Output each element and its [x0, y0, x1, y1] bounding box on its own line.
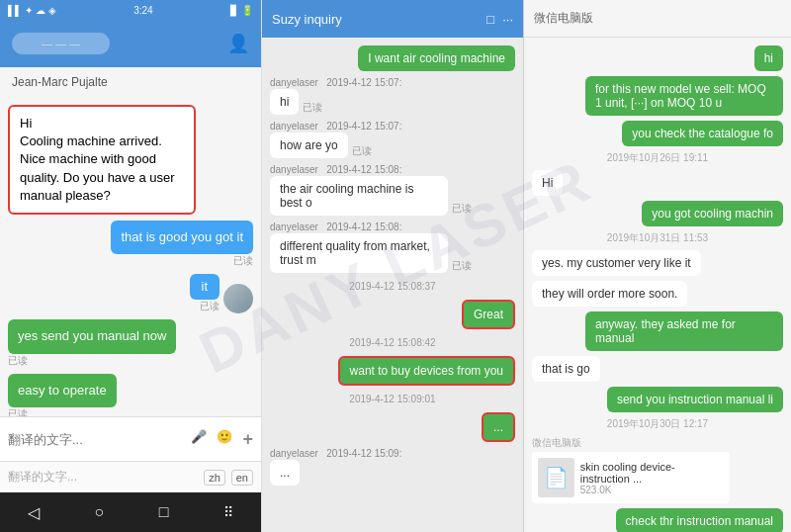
message-text: want to buy devices from you	[350, 364, 503, 378]
message-text: that is go	[542, 362, 590, 376]
back-icon[interactable]: ◁	[28, 503, 40, 522]
message-text: different quality from market, trust m	[280, 239, 430, 267]
message-bubble: hi	[270, 89, 299, 115]
message-text: anyway. they asked me for manual	[595, 317, 736, 345]
message-bubble: Hi	[532, 170, 563, 196]
right-chat-area[interactable]: hi for this new model we sell: MOQ 1 uni…	[524, 38, 791, 532]
message-text: hi	[764, 51, 773, 65]
read-receipt: 已读	[352, 144, 372, 158]
message-text: ...	[493, 420, 503, 434]
message-text: for this new model we sell: MOQ 1 unit, …	[595, 82, 766, 110]
message-text: send you instruction manual li	[617, 393, 773, 406]
sender-label: danyelaser 2019-4-12 15:07:	[270, 121, 515, 132]
product-card-group: 微信电脑版 📄 skin cooling device-instruction …	[532, 436, 730, 503]
message-input[interactable]	[8, 432, 183, 447]
middle-chat-area[interactable]: I want air cooling machine danyelaser 20…	[262, 38, 523, 532]
message-bubble: ...	[482, 412, 515, 442]
emoji-icon[interactable]: 🙂	[217, 429, 232, 450]
message-bubble: want to buy devices from you	[338, 356, 515, 386]
message-bubble: check thr instruction manual	[616, 508, 783, 532]
read-receipt: 已读	[233, 254, 253, 268]
message-bubble: Great	[462, 300, 515, 329]
product-title: skin cooling device-instruction ...	[580, 461, 724, 485]
home-icon[interactable]: ○	[94, 503, 104, 521]
message-bubble: how are yo	[270, 133, 348, 158]
read-receipt: 已读	[303, 101, 322, 115]
product-source-label: 微信电脑版	[532, 436, 730, 450]
left-chat-area[interactable]: HiCooling machine arrived. Nice machine …	[0, 97, 261, 416]
translate-en-button[interactable]: en	[231, 470, 253, 486]
message-text: you got cooling machin	[652, 207, 773, 221]
timestamp: 2019年10月31日 11:53	[532, 231, 783, 245]
middle-header-icons: □ ···	[486, 12, 513, 27]
sender-label: danyelaser 2019-4-12 15:08:	[270, 222, 515, 232]
message-group: danyelaser 2019-4-12 15:07: hi 已读	[270, 77, 515, 115]
message-text: HiCooling machine arrived. Nice machine …	[20, 116, 175, 203]
message-text: easy to operate	[18, 383, 107, 398]
avatar-image	[223, 284, 253, 313]
read-receipt: 已读	[452, 259, 472, 273]
message-bubble: that is good you got it	[111, 221, 253, 254]
read-receipt: 已读	[200, 300, 220, 313]
message-text: check thr instruction manual	[626, 514, 773, 528]
left-chat-panel: ▌▌ ✦ ☁ ◈ 3:24 ▊ 🔋 — — — 👤 Jean-Marc Puja…	[0, 0, 262, 532]
message-text: yes. my customer very like it	[542, 256, 691, 270]
product-card[interactable]: 📄 skin cooling device-instruction ... 52…	[532, 452, 730, 503]
product-info: skin cooling device-instruction ... 523.…	[580, 461, 724, 495]
avatar-message-row: it 已读	[190, 274, 254, 313]
message-bubble: you check the catalogue fo	[622, 121, 783, 146]
read-receipt: 已读	[8, 354, 28, 368]
message-bubble: easy to operate	[8, 374, 117, 407]
status-battery: ▊ 🔋	[230, 5, 253, 16]
more-icon[interactable]: ···	[502, 12, 513, 27]
menu-icon[interactable]: ⠿	[223, 504, 233, 520]
timestamp: 2019年10月30日 12:17	[532, 417, 783, 431]
translate-label: 翻译的文字...	[8, 469, 77, 486]
person-icon[interactable]: 👤	[227, 33, 249, 54]
input-icons: 🎤 🙂 +	[191, 429, 253, 450]
message-text: I want air cooling machine	[368, 51, 505, 65]
right-chat-panel: 微信电脑版 hi for this new model we sell: MOQ…	[524, 0, 791, 532]
avatar	[223, 284, 253, 313]
message-bubble: ...	[270, 460, 300, 486]
message-bubble: different quality from market, trust m	[270, 233, 448, 273]
read-receipt: 已读	[8, 407, 28, 416]
message-text: Great	[474, 308, 503, 321]
sender-label: danyelaser 2019-4-12 15:08:	[270, 164, 515, 175]
edit-icon[interactable]: □	[486, 12, 494, 27]
message-bubble: yes send you manual now	[8, 319, 176, 353]
right-header-text: 微信电脑版	[534, 10, 593, 27]
message-bubble: anyway. they asked me for manual	[585, 311, 783, 351]
message-text: they will order more soon.	[542, 287, 677, 301]
translate-bar: 翻译的文字... zh en	[0, 461, 261, 492]
message-bubble: yes. my customer very like it	[532, 250, 701, 276]
product-size: 523.0K	[580, 485, 724, 495]
android-nav-bar: ◁ ○ □ ⠿	[0, 492, 261, 532]
add-icon[interactable]: +	[242, 429, 253, 450]
status-time: 3:24	[133, 5, 152, 16]
message-bubble: hi	[754, 45, 783, 71]
message-text: you check the catalogue fo	[632, 127, 773, 140]
message-bubble: you got cooling machin	[642, 201, 783, 226]
message-group: danyelaser 2019-4-12 15:08: the air cool…	[270, 164, 515, 216]
translate-zh-button[interactable]: zh	[204, 470, 225, 486]
message-bubble: send you instruction manual li	[607, 387, 783, 412]
message-bubble: the air cooling machine is best o	[270, 176, 448, 216]
contact-name: Jean-Marc Pujalte	[0, 67, 261, 97]
bottom-input-bar[interactable]: 🎤 🙂 +	[0, 416, 261, 461]
message-text: hi	[280, 95, 289, 109]
message-bubble: they will order more soon.	[532, 281, 687, 307]
message-bubble: that is go	[532, 356, 600, 382]
sender-label: danyelaser 2019-4-12 15:07:	[270, 77, 515, 88]
message-text: it	[202, 279, 209, 294]
recents-icon[interactable]: □	[159, 503, 169, 521]
middle-header-title: Suzy inquiry	[272, 12, 342, 27]
timestamp: 2019-4-12 15:09:01	[270, 394, 515, 404]
timestamp: 2019年10月26日 19:11	[532, 151, 783, 165]
message-bubble: HiCooling machine arrived. Nice machine …	[8, 105, 196, 215]
message-text: Hi	[542, 176, 553, 190]
timestamp: 2019-4-12 15:08:37	[270, 281, 515, 292]
right-header: 微信电脑版	[524, 0, 791, 38]
message-text: ...	[280, 466, 290, 480]
mic-icon[interactable]: 🎤	[191, 429, 207, 450]
